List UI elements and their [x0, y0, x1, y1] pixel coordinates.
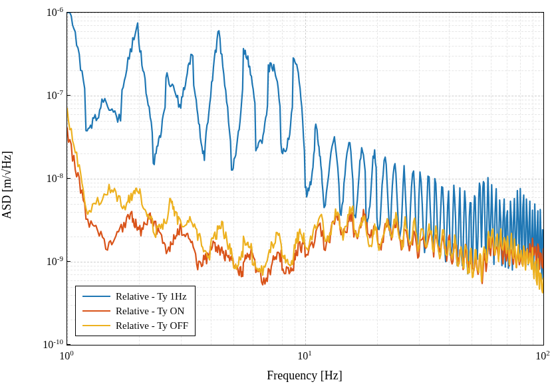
y-tick: [67, 12, 70, 13]
y-tick: [67, 261, 70, 262]
x-axis-label: Frequency [Hz]: [67, 369, 543, 383]
legend-swatch-icon: [82, 296, 110, 297]
y-tick: [67, 95, 70, 96]
psd-chart: Frequency [Hz] ASD [m/√Hz] Relative - Ty…: [0, 0, 552, 392]
y-tick-label: 10-6: [3, 5, 63, 19]
grid-line-vertical: [543, 13, 544, 345]
legend-swatch-icon: [82, 310, 110, 312]
y-tick-label: 10-7: [3, 88, 63, 102]
x-tick-label: 102: [535, 349, 550, 362]
legend: Relative - Ty 1Hz Relative - Ty ON Relat…: [75, 286, 196, 336]
grid-line-horizontal: [67, 345, 543, 345]
y-tick: [67, 178, 70, 179]
legend-label: Relative - Ty OFF: [116, 320, 188, 332]
legend-label: Relative - Ty ON: [116, 306, 184, 317]
legend-swatch-icon: [82, 325, 110, 326]
y-tick-label: 10-8: [3, 171, 63, 185]
y-tick-label: 10-9: [3, 254, 63, 268]
x-axis-label-text: Frequency [Hz]: [267, 369, 342, 382]
series-line: [67, 13, 543, 284]
legend-entry-ty-off: Relative - Ty OFF: [82, 318, 188, 333]
y-tick: [67, 344, 70, 345]
x-tick-label: 100: [59, 349, 74, 362]
y-tick-label: 10-10: [3, 338, 63, 351]
series-line: [67, 108, 543, 298]
legend-entry-ty-1hz: Relative - Ty 1Hz: [82, 289, 188, 304]
legend-label: Relative - Ty 1Hz: [116, 291, 187, 302]
y-axis-label-text: ASD [m/√Hz]: [0, 151, 14, 219]
legend-entry-ty-on: Relative - Ty ON: [82, 304, 188, 318]
x-tick-label: 101: [297, 349, 312, 362]
